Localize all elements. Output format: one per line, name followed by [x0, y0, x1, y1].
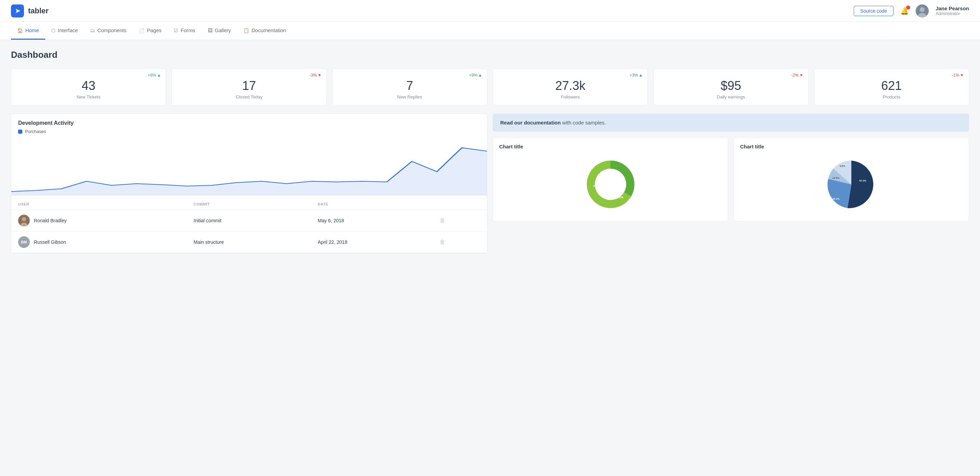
- line-chart-area: [11, 137, 487, 198]
- stat-badge-new-replies: +9% ▲: [469, 73, 482, 78]
- header-left: ➤ tabler: [11, 5, 49, 17]
- user-name-0: Ronald Bradley: [34, 218, 67, 223]
- donut-container-2: 47.4% 33.1% 10.5% 9.0%: [740, 154, 963, 215]
- user-cell-0: Ronald Bradley: [18, 215, 180, 226]
- interface-icon: ⬡: [51, 28, 56, 33]
- main-nav: 🏠 Home ⬡ Interface 🗂 Components 📄 Pages …: [0, 22, 980, 40]
- right-panel: Read our documentation with code samples…: [493, 114, 969, 253]
- col-date: DATE: [311, 199, 433, 210]
- bottom-grid: Development Activity Purchases USER COMM…: [11, 114, 969, 253]
- stat-value-daily-earnings: $95: [660, 78, 801, 93]
- delete-icon-0[interactable]: 🗑: [440, 217, 445, 223]
- col-commit: COMMIT: [187, 199, 311, 210]
- table-row: BM Russell Gibson Main structure April 2…: [11, 232, 487, 253]
- stat-card-products: -1% ▼ 621 Products: [814, 68, 969, 105]
- main-content: Dashboard +6% ▲ 43 New Tickets -3% ▼ 17 …: [0, 40, 980, 263]
- col-user: USER: [11, 199, 187, 210]
- activity-card: Development Activity Purchases USER COMM…: [11, 114, 487, 253]
- svg-point-4: [22, 217, 26, 221]
- donut-segment-2a: [848, 161, 873, 208]
- donut-label-37: 37.0%: [593, 185, 601, 188]
- stat-label-new-replies: New Replies: [339, 94, 480, 100]
- stat-badge-new-tickets: +6% ▲: [148, 73, 161, 78]
- avatar: [916, 5, 929, 17]
- pages-icon: 📄: [138, 28, 145, 33]
- stat-label-closed-today: Closed Today: [179, 94, 319, 100]
- user-avatar-0: [18, 215, 30, 226]
- donut-hole-1: [596, 170, 625, 199]
- header-right: Source code 🔔 Jane Pearson Administrator: [854, 5, 969, 17]
- home-icon: 🏠: [17, 28, 23, 33]
- svg-point-1: [920, 7, 924, 12]
- nav-item-pages[interactable]: 📄 Pages: [132, 22, 168, 40]
- user-info: Jane Pearson Administrator: [935, 5, 969, 16]
- activity-table: USER COMMIT DATE: [11, 198, 487, 253]
- components-icon: 🗂: [90, 28, 95, 33]
- nav-item-documentation[interactable]: 📋 Documentation: [237, 22, 292, 40]
- stat-badge-followers: +3% ▲: [630, 73, 643, 78]
- stat-badge-products: -1% ▼: [952, 73, 964, 78]
- chart-title-2: Chart title: [740, 144, 963, 149]
- charts-row: Chart title 37.0% 63.0%: [493, 137, 969, 222]
- stat-card-followers: +3% ▲ 27.3k Followers: [493, 68, 648, 105]
- donut-chart-2: 47.4% 33.1% 10.5% 9.0%: [821, 154, 882, 215]
- user-avatar-1: BM: [18, 236, 30, 248]
- chart-title-1: Chart title: [499, 144, 722, 149]
- user-name: Jane Pearson: [935, 5, 969, 11]
- legend-box: [18, 130, 22, 134]
- stat-label-daily-earnings: Daily earnings: [660, 94, 801, 100]
- stat-label-products: Products: [821, 94, 962, 100]
- notification-badge: [906, 5, 910, 10]
- stat-card-daily-earnings: -2% ▼ $95 Daily earnings: [653, 68, 808, 105]
- stat-value-new-replies: 7: [339, 78, 480, 93]
- stat-value-followers: 27.3k: [500, 78, 641, 93]
- table-header: USER COMMIT DATE: [11, 199, 487, 210]
- table-row: Ronald Bradley Initial commit May 6, 201…: [11, 210, 487, 232]
- gallery-icon: 🖼: [208, 28, 213, 33]
- nav-item-forms[interactable]: ☑ Forms: [168, 22, 202, 40]
- user-role: Administrator: [935, 11, 969, 16]
- chart-card-2: Chart title: [733, 137, 969, 222]
- line-chart-svg: [11, 141, 487, 195]
- nav-item-home[interactable]: 🏠 Home: [11, 22, 45, 40]
- delete-icon-1[interactable]: 🗑: [440, 239, 445, 245]
- commit-0: Initial commit: [187, 210, 311, 232]
- page-title: Dashboard: [11, 49, 969, 60]
- line-chart-fill: [11, 148, 487, 195]
- legend-label: Purchases: [25, 129, 46, 134]
- doc-banner-bold: Read our documentation: [500, 120, 561, 125]
- header: ➤ tabler Source code 🔔 Jane Pearson Admi…: [0, 0, 980, 22]
- donut-chart-1: 37.0% 63.0%: [580, 154, 641, 215]
- nav-item-gallery[interactable]: 🖼 Gallery: [202, 22, 237, 40]
- nav-item-interface[interactable]: ⬡ Interface: [45, 22, 84, 40]
- donut-label-63: 63.0%: [616, 196, 624, 199]
- stat-label-followers: Followers: [500, 94, 641, 100]
- notification-bell[interactable]: 🔔: [900, 7, 909, 15]
- donut-container-1: 37.0% 63.0%: [499, 154, 722, 215]
- commit-1: Main structure: [187, 232, 311, 253]
- doc-banner-rest: with code samples.: [561, 120, 606, 125]
- activity-title: Development Activity: [11, 114, 487, 126]
- label-9: 9.0%: [840, 165, 846, 168]
- stat-cards: +6% ▲ 43 New Tickets -3% ▼ 17 Closed Tod…: [11, 68, 969, 105]
- label-33: 33.1%: [832, 197, 839, 200]
- stat-card-new-replies: +9% ▲ 7 New Replies: [332, 68, 487, 105]
- user-cell-1: BM Russell Gibson: [18, 236, 180, 248]
- stat-badge-closed-today: -3% ▼: [309, 73, 321, 78]
- stat-card-new-tickets: +6% ▲ 43 New Tickets: [11, 68, 166, 105]
- label-10: 10.5%: [832, 176, 839, 179]
- logo-icon: ➤: [11, 5, 24, 17]
- stat-label-new-tickets: New Tickets: [18, 94, 159, 100]
- stat-value-new-tickets: 43: [18, 78, 159, 93]
- stat-card-closed-today: -3% ▼ 17 Closed Today: [172, 68, 326, 105]
- chart-legend: Purchases: [11, 126, 487, 137]
- nav-item-components[interactable]: 🗂 Components: [84, 22, 132, 40]
- stat-badge-daily-earnings: -2% ▼: [791, 73, 803, 78]
- source-code-button[interactable]: Source code: [854, 6, 894, 16]
- stat-value-products: 621: [821, 78, 962, 93]
- chart-card-1: Chart title 37.0% 63.0%: [493, 137, 728, 222]
- forms-icon: ☑: [174, 28, 178, 33]
- logo-text: tabler: [28, 6, 49, 15]
- doc-banner: Read our documentation with code samples…: [493, 114, 969, 132]
- label-47: 47.4%: [859, 179, 866, 182]
